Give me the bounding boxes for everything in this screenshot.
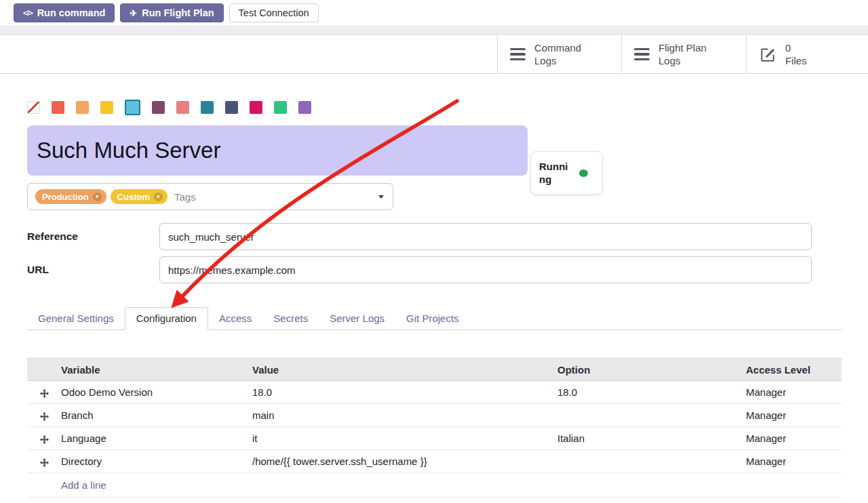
cell-access-level[interactable]: Manager <box>746 427 842 450</box>
tab-secrets[interactable]: Secrets <box>262 307 319 329</box>
tag-production[interactable]: Production × <box>35 189 106 204</box>
cell-option[interactable] <box>557 450 746 473</box>
code-icon: </> <box>23 9 33 17</box>
run-command-label: Run command <box>37 7 106 18</box>
reference-input[interactable] <box>159 223 812 250</box>
cell-option[interactable]: 18.0 <box>557 381 746 404</box>
form-sheet: Such Much Server Running Production × Cu… <box>0 100 868 498</box>
page: </> Run command ✈ Run Flight Plan Test C… <box>0 0 868 498</box>
configuration-table: Variable Value Option Access Level Odoo … <box>27 358 842 498</box>
cell-variable[interactable]: Odoo Demo Version <box>61 381 252 404</box>
color-swatch-light-blue-selected[interactable] <box>125 100 140 115</box>
tab-git-projects[interactable]: Git Projects <box>395 307 470 329</box>
color-swatch-orange[interactable] <box>76 101 89 114</box>
files-button[interactable]: 0 Files <box>746 35 868 73</box>
cell-access-level[interactable]: Manager <box>746 381 842 404</box>
cell-option[interactable]: Italian <box>557 427 746 450</box>
url-input[interactable] <box>159 256 812 283</box>
cell-value[interactable]: /home/{{ tower.server.ssh_username }} <box>252 450 557 473</box>
flight-plan-logs-button[interactable]: Flight Plan Logs <box>621 35 746 73</box>
drag-handle-icon[interactable] <box>27 427 61 450</box>
run-flight-plan-label: Run Flight Plan <box>142 7 214 18</box>
tab-configuration[interactable]: Configuration <box>125 307 208 330</box>
color-swatch-yellow[interactable] <box>100 101 113 114</box>
reference-field-row: Reference <box>27 223 842 250</box>
tag-custom-label: Custom <box>117 192 150 202</box>
edit-icon <box>759 45 776 63</box>
color-swatch-dark-blue[interactable] <box>225 101 238 114</box>
add-line-link[interactable]: Add a line <box>61 479 106 491</box>
column-header-variable: Variable <box>61 359 252 381</box>
run-command-button[interactable]: </> Run command <box>14 3 115 22</box>
tags-input[interactable]: Production × Custom × Tags <box>27 183 393 210</box>
tab-server-logs[interactable]: Server Logs <box>319 307 395 329</box>
color-swatch-red[interactable] <box>52 101 64 114</box>
cell-value[interactable]: main <box>252 404 557 427</box>
color-palette <box>27 100 842 115</box>
dropdown-caret-icon[interactable] <box>378 195 384 199</box>
column-header-value: Value <box>252 359 557 381</box>
add-line-row: Add a line <box>27 473 842 498</box>
cell-value[interactable]: 18.0 <box>252 381 557 404</box>
color-swatch-none[interactable] <box>27 101 40 114</box>
run-flight-plan-button[interactable]: ✈ Run Flight Plan <box>120 3 223 22</box>
drag-handle-icon[interactable] <box>27 450 61 473</box>
test-connection-button[interactable]: Test Connection <box>229 3 319 22</box>
table-row: Branch main Manager <box>27 404 842 427</box>
drag-handle-icon[interactable] <box>27 404 61 427</box>
cell-variable[interactable]: Branch <box>61 404 252 427</box>
cell-access-level[interactable]: Manager <box>746 404 842 427</box>
tab-general-settings[interactable]: General Settings <box>27 307 125 329</box>
flight-plan-logs-label: Flight Plan Logs <box>658 41 707 67</box>
tags-placeholder: Tags <box>174 191 196 203</box>
table-header-row: Variable Value Option Access Level <box>27 359 842 381</box>
tag-remove-icon[interactable]: × <box>93 193 102 201</box>
command-logs-button[interactable]: Command Logs <box>497 35 621 73</box>
color-swatch-dark-purple[interactable] <box>152 101 165 114</box>
tag-production-label: Production <box>42 192 89 202</box>
color-swatch-medium-blue[interactable] <box>201 101 214 114</box>
status-running-button[interactable]: Running <box>530 151 603 195</box>
cell-option[interactable] <box>557 404 746 427</box>
tag-remove-icon[interactable]: × <box>154 193 163 201</box>
breadcrumb-bar <box>0 26 868 35</box>
table-row: Odoo Demo Version 18.0 18.0 Manager <box>27 381 842 404</box>
top-toolbar: </> Run command ✈ Run Flight Plan Test C… <box>0 0 868 26</box>
cell-variable[interactable]: Directory <box>61 450 252 473</box>
table-row: Directory /home/{{ tower.server.ssh_user… <box>27 450 842 473</box>
drag-handle-icon[interactable] <box>27 381 61 404</box>
tab-access[interactable]: Access <box>208 307 262 329</box>
list-icon <box>510 48 526 61</box>
tag-custom[interactable]: Custom × <box>111 189 167 204</box>
handle-column-header <box>27 359 61 381</box>
reference-label: Reference <box>27 223 159 250</box>
cell-access-level[interactable]: Manager <box>746 450 842 473</box>
plane-icon: ✈ <box>130 8 137 18</box>
test-connection-label: Test Connection <box>239 7 309 18</box>
url-label: URL <box>27 256 159 283</box>
list-icon <box>634 48 650 61</box>
cell-value[interactable]: it <box>252 427 557 450</box>
column-header-access-level: Access Level <box>746 359 842 381</box>
color-swatch-green[interactable] <box>274 101 287 114</box>
form-header: Command Logs Flight Plan Logs 0 Files <box>0 35 868 74</box>
cell-variable[interactable]: Language <box>61 427 252 450</box>
status-dot-icon <box>579 169 588 177</box>
column-header-option: Option <box>557 359 746 381</box>
url-field-row: URL <box>27 256 842 283</box>
color-swatch-purple[interactable] <box>298 101 311 114</box>
tab-bar: General Settings Configuration Access Se… <box>27 307 842 330</box>
server-name-input[interactable]: Such Much Server <box>27 125 528 176</box>
status-label: Running <box>539 160 573 186</box>
files-label: 0 Files <box>785 41 807 67</box>
color-swatch-salmon[interactable] <box>176 101 189 114</box>
table-row: Language it Italian Manager <box>27 427 842 450</box>
color-swatch-fuchsia[interactable] <box>250 101 262 114</box>
command-logs-label: Command Logs <box>534 41 581 67</box>
